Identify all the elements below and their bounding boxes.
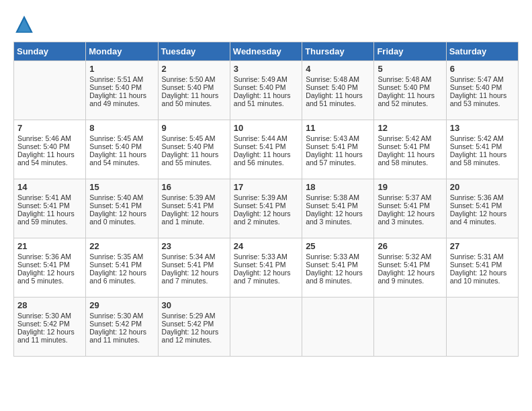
calendar-cell [446,298,518,357]
sunset: Sunset: 5:41 PM [162,261,214,269]
daylight: Daylight: 11 hours and 58 minutes. [450,150,507,167]
calendar-cell: 24 Sunrise: 5:33 AM Sunset: 5:41 PM Dayl… [230,238,302,298]
sunset: Sunset: 5:41 PM [306,201,358,210]
col-header-saturday: Saturday [446,42,518,61]
sunset: Sunset: 5:41 PM [89,261,142,269]
day-number: 18 [306,182,370,192]
sunset: Sunset: 5:41 PM [306,142,358,150]
sunset: Sunset: 5:40 PM [378,83,430,91]
sunrise: Sunrise: 5:31 AM [450,253,504,261]
calendar-cell: 26 Sunrise: 5:32 AM Sunset: 5:41 PM Dayl… [374,238,446,298]
sunset: Sunset: 5:40 PM [162,83,214,91]
calendar-cell: 5 Sunrise: 5:48 AM Sunset: 5:40 PM Dayli… [374,61,446,120]
sunset: Sunset: 5:41 PM [378,142,430,150]
col-header-tuesday: Tuesday [158,42,230,61]
calendar-cell: 4 Sunrise: 5:48 AM Sunset: 5:40 PM Dayli… [302,61,374,120]
day-number: 28 [17,300,82,310]
daylight: Daylight: 12 hours and 9 minutes. [378,269,435,285]
col-header-monday: Monday [86,42,158,61]
sunrise: Sunrise: 5:39 AM [162,193,216,201]
calendar-cell: 9 Sunrise: 5:45 AM Sunset: 5:40 PM Dayli… [158,120,230,179]
sunrise: Sunrise: 5:38 AM [306,193,359,201]
day-number: 19 [378,182,442,192]
calendar-cell: 2 Sunrise: 5:50 AM Sunset: 5:40 PM Dayli… [158,61,230,120]
daylight: Daylight: 12 hours and 12 minutes. [162,328,219,344]
day-number: 29 [89,300,154,310]
day-number: 30 [162,300,226,310]
day-number: 27 [450,241,515,251]
calendar-cell [374,298,446,357]
daylight: Daylight: 11 hours and 56 minutes. [234,150,291,167]
sunset: Sunset: 5:42 PM [89,320,142,328]
sunset: Sunset: 5:40 PM [306,83,358,91]
day-number: 17 [234,182,298,192]
sunset: Sunset: 5:41 PM [162,201,214,210]
day-number: 15 [89,182,154,192]
sunrise: Sunrise: 5:36 AM [17,253,71,261]
sunrise: Sunrise: 5:36 AM [450,193,504,201]
daylight: Daylight: 12 hours and 8 minutes. [306,269,363,285]
day-number: 7 [17,123,82,133]
sunrise: Sunrise: 5:49 AM [234,75,287,83]
day-number: 10 [234,123,298,133]
sunrise: Sunrise: 5:41 AM [17,193,71,201]
sunrise: Sunrise: 5:37 AM [378,193,431,201]
sunrise: Sunrise: 5:50 AM [162,75,216,83]
daylight: Daylight: 12 hours and 1 minute. [162,210,219,226]
daylight: Daylight: 11 hours and 55 minutes. [162,150,219,167]
daylight: Daylight: 12 hours and 3 minutes. [306,210,363,226]
sunrise: Sunrise: 5:42 AM [450,134,504,142]
sunrise: Sunrise: 5:34 AM [162,253,216,261]
calendar-cell: 21 Sunrise: 5:36 AM Sunset: 5:41 PM Dayl… [14,238,86,298]
daylight: Daylight: 11 hours and 54 minutes. [89,150,146,167]
sunset: Sunset: 5:41 PM [89,201,142,210]
sunrise: Sunrise: 5:29 AM [162,312,216,320]
daylight: Daylight: 11 hours and 51 minutes. [234,91,291,107]
day-number: 14 [17,182,82,192]
day-number: 3 [234,64,298,74]
calendar-week-1: 1 Sunrise: 5:51 AM Sunset: 5:40 PM Dayli… [14,61,519,120]
sunset: Sunset: 5:41 PM [234,201,286,210]
daylight: Daylight: 12 hours and 7 minutes. [234,269,291,285]
daylight: Daylight: 12 hours and 5 minutes. [17,269,75,285]
calendar-week-4: 21 Sunrise: 5:36 AM Sunset: 5:41 PM Dayl… [14,238,519,298]
day-number: 8 [89,123,154,133]
day-number: 16 [162,182,226,192]
daylight: Daylight: 12 hours and 10 minutes. [450,269,507,285]
day-number: 12 [378,123,442,133]
daylight: Daylight: 11 hours and 53 minutes. [450,91,507,107]
calendar-cell: 17 Sunrise: 5:39 AM Sunset: 5:41 PM Dayl… [230,179,302,238]
calendar-cell [230,298,302,357]
sunrise: Sunrise: 5:43 AM [306,134,359,142]
daylight: Daylight: 11 hours and 52 minutes. [378,91,435,107]
calendar-cell: 18 Sunrise: 5:38 AM Sunset: 5:41 PM Dayl… [302,179,374,238]
calendar-cell: 1 Sunrise: 5:51 AM Sunset: 5:40 PM Dayli… [86,61,158,120]
daylight: Daylight: 11 hours and 54 minutes. [17,150,75,167]
calendar-cell: 6 Sunrise: 5:47 AM Sunset: 5:40 PM Dayli… [446,61,518,120]
sunset: Sunset: 5:41 PM [450,201,502,210]
calendar-cell: 20 Sunrise: 5:36 AM Sunset: 5:41 PM Dayl… [446,179,518,238]
sunset: Sunset: 5:41 PM [234,142,286,150]
day-number: 6 [450,64,515,74]
col-header-wednesday: Wednesday [230,42,302,61]
day-number: 20 [450,182,515,192]
sunset: Sunset: 5:41 PM [17,201,70,210]
day-number: 26 [378,241,442,251]
daylight: Daylight: 11 hours and 51 minutes. [306,91,363,107]
daylight: Daylight: 11 hours and 50 minutes. [162,91,219,107]
daylight: Daylight: 12 hours and 3 minutes. [378,210,435,226]
calendar-cell: 10 Sunrise: 5:44 AM Sunset: 5:41 PM Dayl… [230,120,302,179]
calendar-cell: 7 Sunrise: 5:46 AM Sunset: 5:40 PM Dayli… [14,120,86,179]
col-header-sunday: Sunday [14,42,86,61]
sunset: Sunset: 5:42 PM [162,320,214,328]
daylight: Daylight: 11 hours and 58 minutes. [378,150,435,167]
calendar-cell: 27 Sunrise: 5:31 AM Sunset: 5:41 PM Dayl… [446,238,518,298]
sunset: Sunset: 5:40 PM [162,142,214,150]
calendar-cell: 12 Sunrise: 5:42 AM Sunset: 5:41 PM Dayl… [374,120,446,179]
sunset: Sunset: 5:42 PM [17,320,70,328]
sunset: Sunset: 5:41 PM [234,261,286,269]
logo [13,13,39,35]
sunset: Sunset: 5:40 PM [89,142,142,150]
calendar-cell: 13 Sunrise: 5:42 AM Sunset: 5:41 PM Dayl… [446,120,518,179]
sunrise: Sunrise: 5:45 AM [162,134,216,142]
